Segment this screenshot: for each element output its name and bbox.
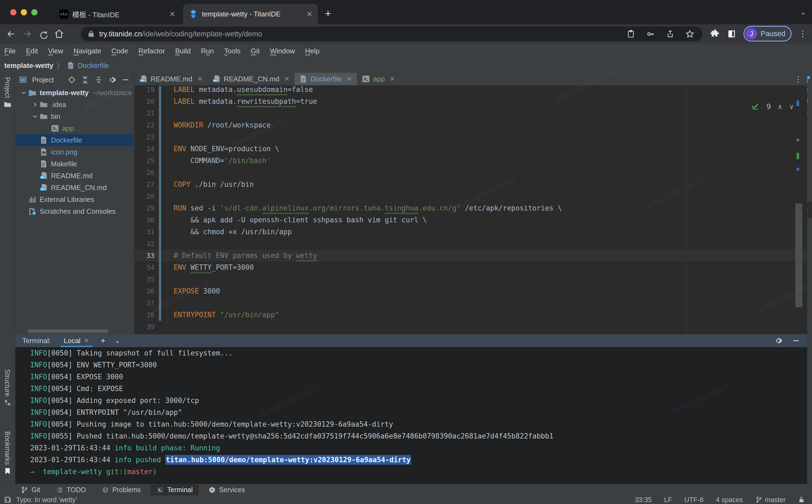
tool-window-button-terminal[interactable]: Terminal bbox=[150, 484, 198, 496]
line-number[interactable]: 30 bbox=[135, 216, 154, 224]
expand-all-icon[interactable] bbox=[81, 76, 89, 84]
close-tab-icon[interactable]: ✕ bbox=[284, 75, 290, 83]
minimize-window-button[interactable] bbox=[21, 9, 27, 15]
line-number[interactable]: 20 bbox=[135, 98, 154, 105]
code-line-22[interactable]: 22WORKDIR /root/workspace bbox=[135, 119, 807, 131]
next-problem-icon[interactable]: ∨ bbox=[789, 102, 794, 111]
code-line-20[interactable]: 20LABEL metadata.rewritesubpath=true bbox=[135, 95, 807, 107]
menu-code[interactable]: Code bbox=[111, 47, 128, 55]
reload-icon[interactable] bbox=[38, 29, 48, 39]
breadcrumb[interactable]: template-wetty 〉 Dockerfile bbox=[0, 61, 109, 71]
bookmark-star-icon[interactable] bbox=[685, 29, 694, 39]
code-line-26[interactable]: 26 bbox=[135, 167, 807, 178]
close-tab-icon[interactable]: ✕ bbox=[307, 10, 312, 18]
tree-item-readme-md[interactable]: MDREADME.md bbox=[15, 170, 133, 182]
line-number[interactable]: 32 bbox=[135, 240, 154, 248]
tree-item-scratches-and-consoles[interactable]: Scratches and Consoles bbox=[15, 205, 133, 217]
terminal-dropdown-icon[interactable]: ⌄ bbox=[115, 337, 120, 344]
project-panel-title[interactable]: Project bbox=[32, 76, 54, 84]
caret-position[interactable]: 33:35 bbox=[635, 496, 652, 504]
line-number[interactable]: 23 bbox=[135, 133, 154, 141]
code-line-37[interactable]: 37 bbox=[135, 297, 807, 309]
horizontal-scrollbar[interactable] bbox=[28, 329, 109, 333]
close-tab-icon[interactable]: ✕ bbox=[347, 75, 352, 83]
minimize-terminal-icon[interactable] bbox=[792, 337, 800, 345]
forward-icon[interactable] bbox=[22, 29, 32, 39]
line-number[interactable]: 36 bbox=[135, 287, 154, 295]
close-tab-icon[interactable]: ✕ bbox=[169, 10, 175, 18]
error-stripe-mark[interactable] bbox=[797, 153, 799, 159]
breadcrumb-file[interactable]: Dockerfile bbox=[78, 61, 109, 70]
line-number[interactable]: 28 bbox=[135, 192, 154, 200]
new-tab-button[interactable]: + bbox=[325, 8, 331, 19]
locate-file-icon[interactable] bbox=[68, 76, 76, 84]
menu-run[interactable]: Run bbox=[201, 47, 214, 55]
code-line-38[interactable]: 38ENTRYPOINT "/usr/bin/app" bbox=[135, 309, 807, 321]
collapse-all-icon[interactable] bbox=[95, 76, 103, 84]
extensions-puzzle-icon[interactable] bbox=[710, 29, 720, 39]
status-window-icon[interactable] bbox=[4, 496, 11, 503]
menu-git[interactable]: Git bbox=[251, 47, 260, 55]
menu-navigate[interactable]: Navigate bbox=[74, 47, 101, 55]
close-tab-icon[interactable]: ✕ bbox=[197, 75, 203, 83]
browser-tab-active[interactable]: template-wetty - TitanIDE ✕ bbox=[183, 4, 318, 24]
error-stripe-mark[interactable] bbox=[797, 100, 799, 106]
line-number[interactable]: 22 bbox=[135, 121, 154, 129]
close-tab-icon[interactable]: ✕ bbox=[390, 75, 395, 83]
code-line-36[interactable]: 36EXPOSE 3000 bbox=[135, 285, 807, 297]
prev-problem-icon[interactable]: ∧ bbox=[778, 102, 782, 111]
editor-tab-readme-md[interactable]: MDREADME.md✕ bbox=[135, 73, 208, 85]
terminal-tab-local[interactable]: Local ✕ bbox=[64, 334, 89, 347]
tool-window-bookmarks[interactable]: Bookmarks bbox=[0, 431, 15, 475]
code-line-31[interactable]: 31 && chmod +x /usr/bin/app bbox=[135, 226, 807, 238]
code-line-33[interactable]: 33# Default ENV params used by wetty bbox=[135, 250, 807, 261]
inspections-widget[interactable]: 9 ∧ ∨ bbox=[750, 102, 794, 111]
menu-view[interactable]: View bbox=[48, 47, 63, 55]
back-icon[interactable] bbox=[6, 29, 16, 39]
menu-refactor[interactable]: Refactor bbox=[138, 47, 165, 55]
tree-item-bin[interactable]: bin bbox=[15, 111, 133, 122]
line-number[interactable]: 26 bbox=[135, 169, 154, 177]
code-viewport[interactable]: 19LABEL metadata.usesubdomain=false20LAB… bbox=[135, 86, 807, 334]
editor-tab-dockerfile[interactable]: Dockerfile✕ bbox=[294, 73, 357, 85]
tab-search-icon[interactable]: ⌄ bbox=[800, 7, 807, 16]
line-number[interactable]: 21 bbox=[135, 109, 154, 117]
line-number[interactable]: 25 bbox=[135, 157, 154, 165]
editor-tab-readme-cn-md[interactable]: MDREADME_CN.md✕ bbox=[208, 73, 295, 85]
indent-setting[interactable]: 4 spaces bbox=[716, 496, 743, 504]
editor-tabs-menu-icon[interactable]: ⋮ bbox=[794, 73, 807, 85]
tool-window-button-problems[interactable]: Problems bbox=[96, 484, 147, 496]
code-line-32[interactable]: 32 bbox=[135, 238, 807, 250]
menu-tools[interactable]: Tools bbox=[224, 47, 240, 55]
settings-gear-icon[interactable] bbox=[108, 76, 116, 84]
close-window-button[interactable] bbox=[10, 9, 16, 15]
git-branch-widget[interactable]: master bbox=[755, 496, 786, 504]
code-line-39[interactable]: 39 bbox=[135, 321, 807, 333]
line-number[interactable]: 27 bbox=[135, 181, 154, 188]
line-number[interactable]: 29 bbox=[135, 204, 154, 212]
tool-window-button-git[interactable]: Git bbox=[15, 484, 46, 496]
code-line-35[interactable]: 35 bbox=[135, 273, 807, 285]
code-line-27[interactable]: 27COPY ./bin /usr/bin bbox=[135, 178, 807, 190]
address-bar[interactable]: try.titanide.cn/ide/web/coding/template-… bbox=[81, 27, 703, 41]
tree-chevron-right-icon[interactable] bbox=[30, 101, 40, 108]
tree-chevron-down-icon[interactable] bbox=[19, 89, 28, 96]
new-terminal-icon[interactable]: + bbox=[101, 336, 106, 346]
file-encoding[interactable]: UTF-8 bbox=[684, 496, 704, 504]
error-stripe-mark[interactable] bbox=[797, 168, 799, 171]
tool-window-button-services[interactable]: Services bbox=[202, 484, 251, 496]
browser-tab-inactive[interactable]: <t> 模板 - TitanIDE ✕ bbox=[54, 4, 181, 24]
terminal-settings-gear-icon[interactable] bbox=[774, 337, 782, 345]
tool-window-button-todo[interactable]: TODO bbox=[50, 484, 92, 496]
tree-item-icon-png[interactable]: icon.png bbox=[15, 146, 133, 158]
tree-item-dockerfile[interactable]: Dockerfile bbox=[15, 134, 133, 146]
menu-file[interactable]: File bbox=[4, 47, 16, 55]
tree-item-makefile[interactable]: Makefile bbox=[15, 158, 133, 170]
line-number[interactable]: 38 bbox=[135, 311, 154, 319]
tree-item-readme-cn-md[interactable]: MDREADME_CN.md bbox=[15, 182, 133, 194]
password-key-icon[interactable] bbox=[646, 29, 655, 39]
close-terminal-tab-icon[interactable]: ✕ bbox=[84, 337, 89, 344]
editor-tab-app[interactable]: app✕ bbox=[357, 73, 400, 85]
menu-build[interactable]: Build bbox=[175, 47, 191, 55]
menu-edit[interactable]: Edit bbox=[26, 47, 38, 55]
